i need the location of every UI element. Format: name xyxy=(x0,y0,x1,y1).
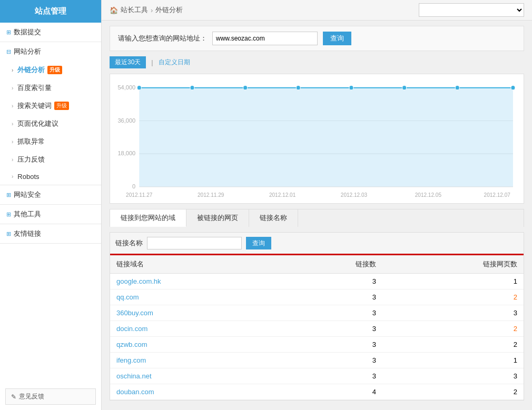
count-cell: 3 xyxy=(282,337,382,353)
sidebar-item-label: 压力反馈 xyxy=(17,155,45,164)
table-row: qzwb.com32 xyxy=(110,337,524,353)
sidebar-item-label: 抓取异常 xyxy=(17,137,45,146)
links-table: 链接域名 链接数 链接网页数 google.com.hk31qq.com3236… xyxy=(110,255,524,400)
sidebar-item-label: Robots xyxy=(17,173,39,181)
svg-text:2012.12.05: 2012.12.05 xyxy=(415,192,442,198)
site-select[interactable] xyxy=(419,3,524,17)
count-cell: 3 xyxy=(282,321,382,337)
url-search-input[interactable] xyxy=(212,32,318,45)
url-search-bar: 请输入您想查询的网站地址： 查询 xyxy=(110,26,524,51)
svg-marker-8 xyxy=(139,88,513,187)
sidebar-item-external-links[interactable]: › 外链分析 升级 xyxy=(0,61,101,79)
sidebar-item-data-submit[interactable]: ⊞ 数据提交 xyxy=(0,23,101,42)
table-row: ifeng.com31 xyxy=(110,353,524,368)
svg-text:2012.12.07: 2012.12.07 xyxy=(484,192,511,198)
svg-text:2012.11.27: 2012.11.27 xyxy=(126,192,153,198)
tab-link-names[interactable]: 链接名称 xyxy=(249,209,298,227)
arrow-icon: › xyxy=(12,157,13,163)
sidebar-item-label: 外链分析 xyxy=(17,65,45,75)
sidebar-section-label: 网站安全 xyxy=(14,190,41,199)
domain-cell[interactable]: google.com.hk xyxy=(110,274,282,289)
sidebar-section-data-submit: ⊞ 数据提交 xyxy=(0,23,101,42)
pages-cell: 2 xyxy=(382,289,524,305)
collapse-icon: ⊟ xyxy=(6,48,11,55)
breadcrumb-part1: 站长工具 xyxy=(121,5,148,15)
table-row: douban.com42 xyxy=(110,384,524,400)
svg-point-10 xyxy=(190,86,194,90)
count-cell: 3 xyxy=(282,274,382,289)
table-row: docin.com32 xyxy=(110,321,524,337)
upgrade-badge: 升级 xyxy=(47,66,62,74)
count-cell: 3 xyxy=(282,289,382,305)
content-area: 请输入您想查询的网站地址： 查询 最近30天 | 自定义日期 54,000 36… xyxy=(102,21,532,410)
svg-point-11 xyxy=(243,86,248,90)
sidebar-item-robots[interactable]: › Robots xyxy=(0,168,101,185)
sidebar-item-crawl-exception[interactable]: › 抓取异常 xyxy=(0,133,101,151)
sidebar-section-site-analysis: ⊟ 网站分析 › 外链分析 升级 › 百度索引量 › 搜索关键词 升级 › 页面… xyxy=(0,42,101,185)
topbar: 🏠 站长工具 › 外链分析 xyxy=(102,0,532,21)
domain-cell[interactable]: oschina.net xyxy=(110,368,282,384)
sidebar-item-baidu-index[interactable]: › 百度索引量 xyxy=(0,79,101,97)
svg-text:2012.12.03: 2012.12.03 xyxy=(341,192,368,198)
svg-point-12 xyxy=(296,86,300,90)
main-content: 🏠 站长工具 › 外链分析 请输入您想查询的网站地址： 查询 最近30天 | 自… xyxy=(102,0,532,410)
tab-link-to-domain[interactable]: 链接到您网站的域 xyxy=(110,209,186,227)
expand-icon: ⊞ xyxy=(6,29,11,36)
sidebar-section-site-security: ⊞ 网站安全 xyxy=(0,185,101,205)
sidebar-title: 站点管理 xyxy=(0,0,101,23)
line-chart: 54,000 36,000 18,000 0 xyxy=(115,79,518,201)
svg-text:0: 0 xyxy=(132,183,135,189)
svg-text:36,000: 36,000 xyxy=(117,117,135,123)
sidebar-item-search-keywords[interactable]: › 搜索关键词 升级 xyxy=(0,97,101,115)
date-tabs: 最近30天 | 自定义日期 xyxy=(110,56,524,68)
date-tab-30days[interactable]: 最近30天 xyxy=(110,56,146,68)
sidebar-section-label: 友情链接 xyxy=(14,229,41,238)
expand-icon: ⊞ xyxy=(6,211,11,218)
sidebar-item-site-analysis[interactable]: ⊟ 网站分析 xyxy=(0,42,101,61)
table-row: 360buy.com33 xyxy=(110,305,524,321)
domain-cell[interactable]: qzwb.com xyxy=(110,337,282,353)
domain-cell[interactable]: ifeng.com xyxy=(110,353,282,368)
count-cell: 3 xyxy=(282,353,382,368)
domain-cell[interactable]: qq.com xyxy=(110,289,282,305)
expand-icon: ⊞ xyxy=(6,231,11,237)
col-pages: 链接网页数 xyxy=(382,255,524,274)
tab-linked-pages[interactable]: 被链接的网页 xyxy=(186,209,249,227)
sidebar-item-pressure-feedback[interactable]: › 压力反馈 xyxy=(0,151,101,168)
pages-cell: 3 xyxy=(382,305,524,321)
sidebar: 站点管理 ⊞ 数据提交 ⊟ 网站分析 › 外链分析 升级 › 百度索引量 › 搜… xyxy=(0,0,102,410)
count-cell: 3 xyxy=(282,368,382,384)
table-search-label: 链接名称 xyxy=(115,238,143,248)
arrow-icon: › xyxy=(12,121,13,127)
chart-area: 54,000 36,000 18,000 0 xyxy=(115,79,518,201)
sidebar-item-other-tools[interactable]: ⊞ 其他工具 xyxy=(0,205,101,224)
svg-text:2012.11.29: 2012.11.29 xyxy=(198,192,224,198)
upgrade-badge: 升级 xyxy=(54,102,69,110)
sidebar-item-label: 页面优化建议 xyxy=(17,119,58,128)
pages-cell: 2 xyxy=(382,337,524,353)
domain-cell[interactable]: douban.com xyxy=(110,384,282,400)
chart-container: 54,000 36,000 18,000 0 xyxy=(110,74,524,204)
table-section: 链接名称 查询 链接域名 链接数 链接网页数 google.com.hk31qq… xyxy=(110,232,524,401)
table-search-button[interactable]: 查询 xyxy=(246,237,271,249)
svg-point-13 xyxy=(349,86,353,90)
content-tabs: 链接到您网站的域 被链接的网页 链接名称 xyxy=(110,209,524,227)
col-count: 链接数 xyxy=(282,255,382,274)
sidebar-item-page-optimization[interactable]: › 页面优化建议 xyxy=(0,115,101,133)
domain-cell[interactable]: docin.com xyxy=(110,321,282,337)
domain-cell[interactable]: 360buy.com xyxy=(110,305,282,321)
svg-point-16 xyxy=(511,86,515,90)
sidebar-item-site-security[interactable]: ⊞ 网站安全 xyxy=(0,185,101,204)
url-search-label: 请输入您想查询的网站地址： xyxy=(118,34,207,43)
feedback-label: 意见反馈 xyxy=(19,392,44,401)
date-tab-custom[interactable]: 自定义日期 xyxy=(159,58,190,67)
url-search-button[interactable]: 查询 xyxy=(323,32,351,45)
sidebar-item-friendly-links[interactable]: ⊞ 友情链接 xyxy=(0,224,101,243)
table-search-input[interactable] xyxy=(147,237,242,249)
pages-cell: 3 xyxy=(382,368,524,384)
sidebar-section-label: 数据提交 xyxy=(14,27,41,37)
feedback-button[interactable]: ✎ 意见反馈 xyxy=(5,388,96,405)
svg-text:2012.12.01: 2012.12.01 xyxy=(269,192,296,198)
sidebar-item-label: 百度索引量 xyxy=(17,83,52,93)
svg-point-9 xyxy=(137,86,141,90)
